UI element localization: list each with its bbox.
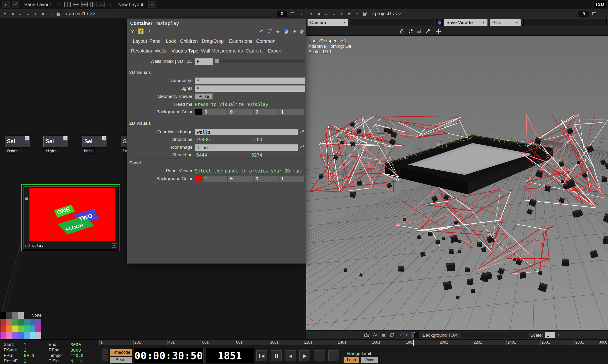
pick-dropdown[interactable]: Pick ▼ — [490, 19, 521, 26]
tab-common[interactable]: Common — [256, 39, 275, 44]
palette-swatch[interactable] — [12, 332, 18, 339]
viewport-3d[interactable]: User (Perspective) Adaptive Homing: Off … — [306, 36, 608, 330]
palette-swatch[interactable] — [6, 332, 12, 339]
rend-value[interactable]: 3000 — [71, 348, 81, 353]
scale-field[interactable]: 1 — [545, 332, 555, 338]
info-icon[interactable]: i — [146, 28, 153, 35]
pick-target-field[interactable] — [523, 19, 607, 26]
palette-swatch[interactable] — [35, 325, 41, 332]
probe-tool-icon[interactable] — [424, 28, 431, 34]
save-view-dropdown[interactable]: Save View to ▼ — [444, 19, 488, 26]
palette-none-button[interactable]: None — [31, 313, 42, 318]
wireframe-icon[interactable] — [372, 332, 378, 338]
node-bypass-flag-icon[interactable]: × — [25, 136, 29, 140]
node-ndisplay[interactable]: ○ × ▦ ONE TWO FLOOR — [21, 184, 120, 251]
tempo-value[interactable]: 120.0 — [71, 353, 83, 358]
tsig-value[interactable]: 4 — [71, 359, 73, 364]
lock-icon[interactable] — [55, 10, 62, 17]
loop-button[interactable]: Loop — [344, 357, 359, 363]
palette-swatch[interactable] — [6, 325, 12, 332]
back-icon[interactable]: ← — [17, 10, 24, 17]
bookmark-star-icon[interactable]: ★ — [39, 10, 47, 17]
subtab-export[interactable]: Export — [268, 48, 282, 55]
palette-swatch[interactable] — [6, 319, 12, 325]
camera-options-icon[interactable] — [437, 19, 443, 26]
clear-icon[interactable] — [275, 28, 281, 35]
once-button[interactable]: Once — [361, 357, 378, 363]
frame-mode-toggle[interactable]: / — [102, 348, 108, 354]
network-path-right[interactable]: / project1 / >> — [372, 11, 576, 16]
layout-preset-hsplit[interactable] — [73, 2, 79, 7]
tab-children[interactable]: Children — [180, 39, 198, 44]
timecode-mode-button[interactable]: Timecode — [110, 349, 132, 356]
node-sel-right[interactable]: Sel ×○ right — [43, 136, 68, 154]
edit-icon[interactable] — [258, 28, 265, 35]
tab-extensions[interactable]: Extensions — [229, 39, 252, 44]
four-walls-image-field[interactable]: walls — [195, 129, 298, 135]
node-sel-front[interactable]: Sel ×○ front — [5, 136, 29, 154]
bg-color-swatch[interactable] — [195, 176, 202, 182]
frame-display[interactable]: 1851 — [206, 348, 254, 363]
bg-g-field[interactable]: 0 — [228, 109, 253, 115]
tab-dragdrop[interactable]: Drag/Drop — [202, 39, 224, 44]
select-tool-icon[interactable] — [407, 28, 414, 34]
palette-swatch[interactable] — [18, 325, 24, 332]
palette-swatch[interactable] — [35, 319, 41, 325]
operator-name-label[interactable]: nDisplay — [156, 20, 179, 26]
palette-swatch[interactable] — [0, 319, 6, 325]
palette-swatch[interactable] — [24, 325, 30, 332]
bg-b-field[interactable]: 0 — [254, 176, 278, 182]
palette-swatch[interactable] — [12, 312, 18, 319]
lights-field[interactable]: * — [195, 85, 305, 92]
pane-type-dropdown-icon[interactable]: ▼ — [1, 10, 9, 17]
tsig-value2[interactable]: 4 — [80, 359, 83, 364]
palette-swatch[interactable] — [30, 332, 36, 339]
camera-path-field[interactable] — [350, 19, 435, 26]
walls-index-slider[interactable] — [214, 60, 305, 63]
grid-snap-icon[interactable] — [415, 28, 423, 34]
subtab-resolution-walls[interactable]: Resolution Walls — [131, 48, 166, 55]
fps-value[interactable]: 60.0 — [24, 353, 34, 358]
jump-to-start-button[interactable]: ◀ — [256, 351, 267, 361]
stop-icon[interactable]: ■ — [9, 10, 16, 17]
bookmark-star-icon[interactable]: ★ — [346, 10, 353, 17]
palette-swatch[interactable] — [6, 312, 12, 319]
operator-picker-icon[interactable] — [299, 129, 305, 135]
add-icon[interactable]: + — [338, 10, 345, 17]
left-pane-counter[interactable]: 0 — [277, 11, 287, 17]
node-viewer-flag-icon[interactable]: ○ — [25, 141, 29, 145]
detach-pane-icon[interactable] — [12, 1, 19, 8]
forward-icon[interactable]: → — [331, 10, 338, 17]
node-body[interactable]: Sel ×○ — [82, 136, 107, 147]
collapse-pane-icon[interactable]: ↓ — [599, 10, 607, 17]
timeline-ruler[interactable]: 1201401601801100112011401160118012001220… — [99, 339, 608, 346]
camera-icon[interactable] — [363, 332, 370, 338]
palette-swatch[interactable] — [35, 332, 41, 339]
back-icon[interactable]: ← — [323, 10, 330, 17]
layout-preset-bottomsplit[interactable] — [99, 2, 105, 7]
palette-swatch[interactable] — [30, 319, 36, 325]
hand-tool-icon[interactable] — [399, 28, 406, 34]
help-icon[interactable]: ? — [129, 28, 136, 35]
operator-picker-icon[interactable] — [299, 144, 305, 151]
bg-color-swatch[interactable] — [195, 109, 202, 115]
play-reverse-button[interactable]: ◀ — [285, 351, 296, 361]
viewport-canvas[interactable] — [306, 36, 608, 330]
node-body[interactable]: Sel ×○ — [43, 136, 68, 147]
step-forward-button[interactable]: + — [328, 351, 339, 361]
node-body[interactable]: Sel ×○ — [5, 136, 29, 147]
transform-gizmo-icon[interactable] — [435, 28, 442, 34]
pulse-button[interactable]: Pulse — [195, 93, 213, 100]
step-back-button[interactable]: − — [314, 351, 325, 361]
geometrys-field[interactable]: * — [195, 78, 305, 84]
node-display-flag-icon[interactable]: ▦ — [25, 197, 28, 200]
palette-swatch[interactable] — [24, 319, 30, 325]
node-bypass-flag-icon[interactable]: × — [26, 193, 27, 195]
pane-menu-icon[interactable]: ▼ — [2, 1, 10, 8]
bg-r-field[interactable]: 0 — [203, 109, 227, 115]
grid-icon[interactable]: ▦ — [380, 332, 387, 338]
palette-swatch[interactable] — [0, 325, 6, 332]
palette-swatch[interactable] — [18, 332, 24, 339]
layout-preset-quad[interactable] — [81, 2, 88, 7]
node-viewer-flag-icon[interactable]: ○ — [64, 141, 67, 145]
